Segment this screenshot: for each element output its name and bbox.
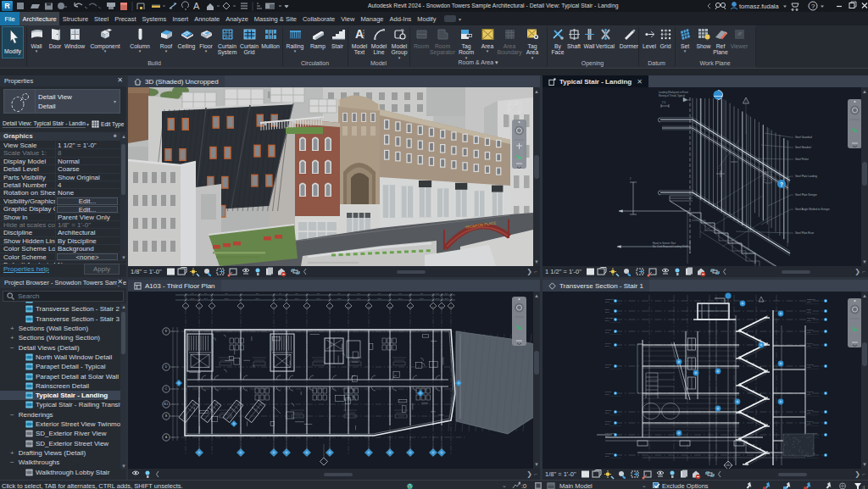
svg-text:A: A [193, 1, 200, 11]
svg-text:61'-0: 61'-0 [605, 301, 610, 303]
svg-text:9-6: 9-6 [317, 292, 320, 294]
svg-text:Roof: Roof [807, 308, 811, 310]
svg-text:E: E [165, 330, 167, 333]
svg-text:No. Curb Required Landing Widt: No. Curb Required Landing Width [653, 245, 688, 248]
svg-text:Level 3: Level 3 [807, 364, 814, 365]
svg-text:61'-0: 61'-0 [605, 311, 610, 313]
svg-text:A: A [165, 436, 168, 439]
svg-text:3: 3 [198, 306, 200, 308]
svg-text:61'-0: 61'-0 [605, 331, 610, 333]
svg-text:Mezz 2: Mezz 2 [605, 409, 612, 411]
svg-text:Parapet 2: Parapet 2 [605, 298, 614, 300]
svg-text:61'-0: 61'-0 [807, 423, 812, 425]
svg-text:C: C [165, 387, 168, 391]
svg-text:Steel Picket: Steel Picket [795, 158, 809, 161]
svg-text:Steel Plate Riser: Steel Plate Riser [795, 231, 814, 235]
svg-text:Footing 2: Footing 2 [605, 453, 614, 454]
svg-text:D: D [165, 365, 168, 369]
svg-text:61'-0: 61'-0 [807, 412, 812, 414]
svg-text:4: 4 [718, 167, 720, 169]
svg-text:Steel Handrail: Steel Handrail [795, 146, 811, 149]
svg-text:8: 8 [306, 306, 308, 308]
svg-text:T.O. Plate: T.O. Plate [807, 317, 815, 319]
svg-text:9-6: 9-6 [398, 292, 402, 294]
svg-text:9-6: 9-6 [357, 292, 360, 294]
svg-text:2'-0: 2'-0 [662, 101, 666, 104]
svg-text:19-0: 19-0 [337, 297, 342, 299]
svg-text:61'-0: 61'-0 [807, 331, 812, 333]
svg-text:B: B [165, 414, 167, 418]
svg-text::0: :0 [862, 485, 865, 489]
svg-text:?: ? [811, 3, 815, 10]
svg-text:6: 6 [273, 306, 275, 308]
svg-text:61'-0: 61'-0 [605, 320, 610, 321]
svg-text:9-6: 9-6 [295, 292, 298, 294]
svg-text:Level 2: Level 2 [605, 391, 612, 392]
svg-text:19-0: 19-0 [436, 297, 440, 299]
svg-text:19-0: 19-0 [295, 297, 299, 299]
svg-text:19-0: 19-0 [316, 297, 320, 299]
svg-text:Level 5: Level 5 [605, 329, 612, 331]
svg-text:9-6: 9-6 [445, 292, 448, 294]
svg-text:9-6: 9-6 [191, 292, 194, 294]
svg-text:Parapet 2: Parapet 2 [807, 298, 815, 300]
svg-text:9-6: 9-6 [204, 292, 208, 294]
svg-text:19-0: 19-0 [191, 297, 195, 299]
svg-text:tomasz.fudala: tomasz.fudala [739, 3, 780, 10]
svg-text:61'-0: 61'-0 [605, 435, 610, 436]
svg-text:Steel Guardrail: Steel Guardrail [795, 136, 812, 139]
svg-text:9-6: 9-6 [420, 292, 424, 294]
svg-text:T.O. Footing: T.O. Footing [807, 432, 818, 434]
svg-text:9-6: 9-6 [378, 292, 381, 294]
svg-text:61'-0: 61'-0 [807, 366, 812, 368]
svg-text:61'-0: 61'-0 [605, 393, 610, 395]
svg-text:4: 4 [211, 306, 213, 308]
svg-text:9: 9 [329, 306, 331, 308]
svg-text:Level 3: Level 3 [605, 364, 612, 365]
svg-text:Level 2: Level 2 [807, 391, 814, 392]
svg-text:61'-0: 61'-0 [807, 311, 812, 313]
svg-text:Nosing of Tread, Typical: Nosing of Tread, Typical [659, 94, 685, 97]
svg-text:9-6: 9-6 [225, 292, 228, 294]
svg-text:19-0: 19-0 [255, 297, 259, 299]
svg-text:B.1: B.1 [164, 403, 169, 406]
svg-text:19-0: 19-0 [225, 297, 229, 299]
svg-text:Mezz 2: Mezz 2 [807, 409, 814, 411]
svg-text:19-0: 19-0 [444, 297, 448, 299]
svg-text:19-0: 19-0 [420, 297, 424, 299]
svg-text:61'-0: 61'-0 [605, 366, 610, 368]
svg-text:61'-0: 61'-0 [807, 301, 812, 303]
svg-text:5: 5 [240, 306, 242, 308]
svg-text:?: ? [780, 181, 783, 187]
svg-text:19-0: 19-0 [377, 297, 381, 299]
svg-text:2: 2 [185, 306, 186, 308]
svg-text:Steel Plate Stringer: Steel Plate Stringer [795, 193, 817, 197]
svg-text:A: A [355, 27, 364, 41]
svg-text:9-6: 9-6 [256, 292, 259, 294]
svg-text:61'-0: 61'-0 [605, 412, 610, 414]
svg-text:61'-0: 61'-0 [807, 320, 812, 321]
svg-text:Level 5: Level 5 [807, 329, 814, 331]
svg-text:61'-0: 61'-0 [807, 393, 812, 395]
svg-text:Steel Angle Welded to Stringer: Steel Angle Welded to Stringer [795, 208, 830, 211]
svg-text:2: 2 [630, 177, 632, 181]
svg-text:19-0: 19-0 [278, 297, 282, 299]
svg-text:19-0: 19-0 [357, 297, 361, 299]
svg-text:Steel Plate Landing: Steel Plate Landing [795, 175, 817, 178]
svg-text:9-6: 9-6 [337, 292, 341, 294]
svg-text:61'-0: 61'-0 [605, 345, 610, 347]
svg-text:Roof: Roof [605, 308, 609, 310]
svg-text:9-6: 9-6 [279, 292, 282, 294]
svg-text:19-0: 19-0 [398, 297, 403, 299]
svg-text:Level 1: Level 1 [807, 420, 814, 422]
svg-text:Level 4: Level 4 [807, 342, 814, 344]
svg-text:Level 1: Level 1 [605, 420, 612, 422]
svg-text:Level 4: Level 4 [605, 342, 612, 344]
svg-text:T.O. Plate: T.O. Plate [605, 317, 614, 319]
svg-text:9-6: 9-6 [436, 292, 439, 294]
svg-text:61'-0: 61'-0 [605, 455, 610, 457]
svg-text:61'-0: 61'-0 [605, 423, 610, 425]
svg-text:T.O. Footing: T.O. Footing [605, 432, 616, 434]
svg-text:19-0: 19-0 [203, 297, 208, 299]
svg-text:61'-0: 61'-0 [807, 345, 812, 347]
